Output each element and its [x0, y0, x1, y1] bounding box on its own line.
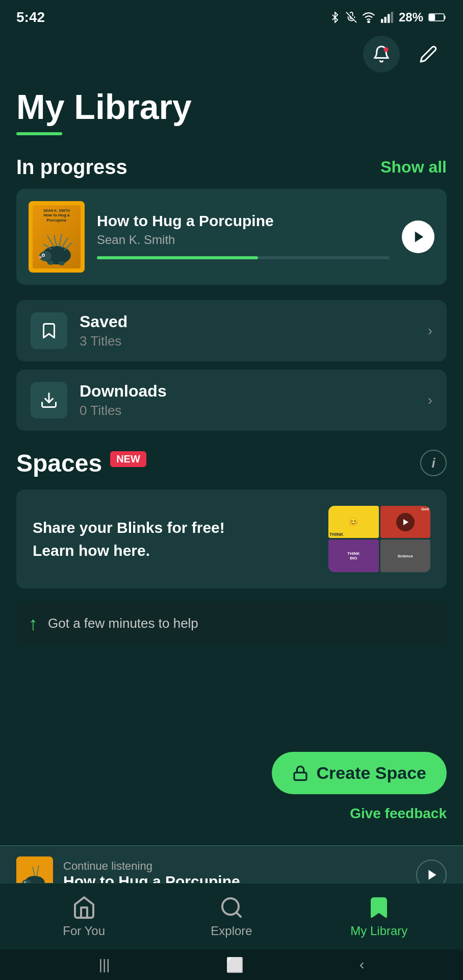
recents-icon[interactable]: ||| [99, 957, 110, 973]
svg-point-21 [47, 261, 54, 265]
spaces-img-2: Get! [380, 506, 431, 538]
continue-label: Continue listening [63, 860, 406, 873]
progress-bar-fill [97, 256, 258, 259]
mute-icon [346, 12, 357, 23]
spaces-share-card[interactable]: Share your Blinks for free!Learn how her… [16, 489, 447, 589]
saved-count: 3 Titles [80, 333, 416, 349]
pen-button[interactable] [410, 36, 447, 72]
info-icon: i [431, 455, 435, 471]
svg-point-17 [39, 251, 52, 261]
svg-marker-25 [403, 519, 408, 525]
spaces-header: Spaces NEW i [16, 449, 447, 477]
saved-chevron: › [428, 323, 432, 339]
nav-for-you[interactable]: For You [10, 890, 158, 943]
svg-point-1 [368, 21, 369, 22]
info-button[interactable]: i [420, 450, 447, 476]
downloads-chevron: › [428, 392, 432, 408]
new-badge: NEW [110, 451, 146, 467]
svg-rect-5 [391, 12, 393, 23]
book-title: How to Hug a Porcupine [97, 212, 390, 230]
svg-marker-23 [415, 231, 423, 242]
page-title: My Library [16, 88, 447, 126]
downloads-label: Downloads [80, 382, 416, 401]
pen-icon [419, 45, 438, 63]
play-icon [412, 230, 426, 244]
feedback-row: ↑ Got a few minutes to help [16, 603, 447, 645]
svg-rect-4 [388, 14, 390, 23]
show-all-button[interactable]: Show all [380, 158, 447, 177]
library-icon [367, 895, 391, 920]
feedback-prompt-text: Got a few minutes to help [48, 616, 434, 631]
svg-line-13 [62, 237, 68, 248]
downloads-icon-box [31, 382, 67, 419]
create-space-button[interactable]: Create Space [272, 752, 447, 794]
spaces-img-1: 😊 THINK [328, 506, 379, 538]
saved-item[interactable]: Saved 3 Titles › [16, 300, 447, 361]
progress-bar-container [97, 256, 390, 259]
create-space-label: Create Space [317, 763, 426, 783]
downloads-item[interactable]: Downloads 0 Titles › [16, 370, 447, 431]
svg-line-15 [47, 236, 54, 247]
arrow-up-icon: ↑ [29, 613, 38, 634]
back-button[interactable]: ‹ [359, 957, 364, 973]
svg-line-14 [64, 242, 72, 250]
saved-icon-box [31, 312, 67, 349]
nav-for-you-label: For You [63, 924, 105, 938]
svg-rect-26 [294, 772, 306, 780]
in-progress-play-button[interactable] [402, 220, 434, 253]
spaces-img-4: Science [380, 540, 431, 572]
svg-rect-3 [384, 17, 387, 23]
svg-point-9 [384, 47, 389, 52]
spaces-card-text: Share your Blinks for free!Learn how her… [33, 516, 316, 562]
svg-point-20 [39, 256, 42, 258]
svg-point-19 [43, 254, 44, 256]
spaces-card-image: 😊 THINK Get! THINKBIG Science [328, 506, 430, 572]
home-icon [72, 895, 96, 920]
spaces-title: Spaces [16, 449, 102, 477]
nav-my-library[interactable]: My Library [305, 890, 453, 943]
nav-my-library-label: My Library [350, 924, 407, 938]
give-feedback-link[interactable]: Give feedback [350, 805, 447, 822]
download-icon [40, 391, 58, 409]
system-nav: ||| ⬜ ‹ [0, 949, 463, 980]
saved-text: Saved 3 Titles [80, 312, 416, 349]
bookmark-icon [40, 322, 58, 340]
wifi-icon [362, 12, 375, 23]
battery-icon [428, 12, 447, 23]
page-title-section: My Library [0, 78, 463, 151]
spaces-section: Spaces NEW i Share your Blinks for free!… [0, 439, 463, 645]
spaces-img-3: THINKBIG [328, 540, 379, 572]
svg-point-22 [59, 261, 65, 265]
book-cover: SEAN K. SMITH How to Hug a Porcupine [29, 201, 85, 273]
lock-icon [292, 765, 308, 781]
play-icon [426, 868, 439, 881]
nav-explore-label: Explore [211, 924, 252, 938]
in-progress-header: In progress Show all [0, 151, 463, 189]
home-button[interactable]: ⬜ [226, 957, 244, 973]
saved-label: Saved [80, 312, 416, 331]
signal-icon [380, 12, 394, 23]
svg-line-12 [59, 234, 62, 247]
battery-percent: 28% [399, 10, 423, 24]
nav-explore[interactable]: Explore [158, 890, 305, 943]
in-progress-card[interactable]: SEAN K. SMITH How to Hug a Porcupine [16, 189, 447, 285]
book-info: How to Hug a Porcupine Sean K. Smith [97, 212, 390, 261]
book-author: Sean K. Smith [97, 233, 390, 247]
notification-button[interactable] [363, 36, 400, 72]
bell-icon [372, 45, 391, 63]
spaces-title-wrap: Spaces NEW [16, 449, 146, 477]
status-time: 5:42 [16, 9, 45, 26]
search-icon [219, 895, 244, 920]
header-actions [0, 31, 463, 78]
svg-line-11 [54, 235, 57, 246]
porcupine-illustration [36, 230, 77, 265]
title-underline [16, 132, 62, 135]
svg-marker-34 [428, 870, 436, 880]
status-icons: 28% [329, 10, 447, 24]
downloads-count: 0 Titles [80, 403, 416, 419]
svg-rect-2 [381, 19, 383, 23]
svg-rect-8 [430, 15, 435, 20]
bluetooth-icon [329, 12, 341, 23]
bottom-nav: For You Explore My Library [0, 883, 463, 949]
in-progress-title: In progress [16, 156, 127, 179]
